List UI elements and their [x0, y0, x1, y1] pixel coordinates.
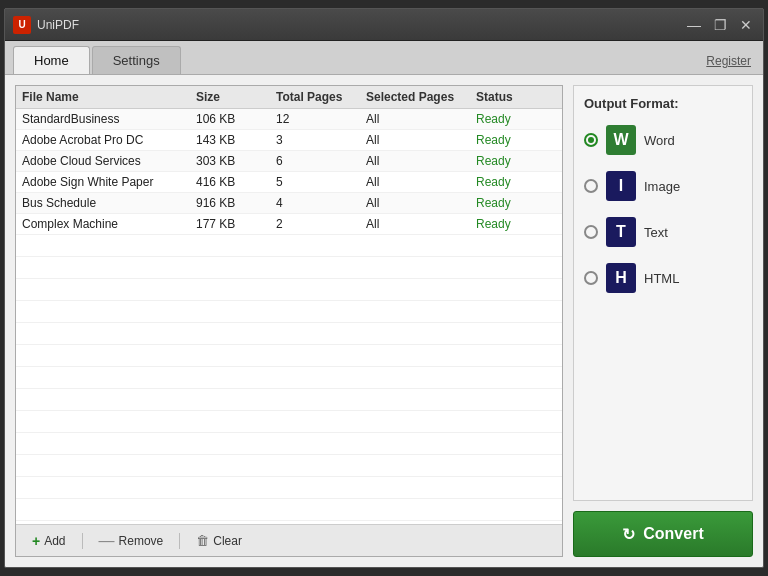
convert-label: Convert — [643, 525, 703, 543]
empty-row — [16, 455, 562, 477]
format-radio-text[interactable] — [584, 225, 598, 239]
image-icon: I — [606, 171, 636, 201]
title-bar: U UniPDF — ❐ ✕ — [5, 9, 763, 41]
empty-row — [16, 301, 562, 323]
window-controls: — ❐ ✕ — [685, 18, 755, 32]
minimize-button[interactable]: — — [685, 18, 703, 32]
table-row[interactable]: Adobe Cloud Services 303 KB 6 All Ready — [16, 151, 562, 172]
empty-row — [16, 499, 562, 521]
add-icon: + — [32, 533, 40, 549]
app-logo: U — [13, 16, 31, 34]
empty-row — [16, 477, 562, 499]
empty-row — [16, 345, 562, 367]
toolbar-separator — [179, 533, 180, 549]
clear-button[interactable]: 🗑 Clear — [188, 530, 250, 551]
format-option-word[interactable]: W Word — [584, 125, 742, 155]
convert-icon: ↻ — [622, 525, 635, 544]
tab-bar: Home Settings Register — [5, 41, 763, 75]
format-label-word: Word — [644, 133, 675, 148]
table-row[interactable]: Complex Machine 177 KB 2 All Ready — [16, 214, 562, 235]
empty-row — [16, 389, 562, 411]
format-option-image[interactable]: I Image — [584, 171, 742, 201]
restore-button[interactable]: ❐ — [711, 18, 729, 32]
close-button[interactable]: ✕ — [737, 18, 755, 32]
empty-row — [16, 323, 562, 345]
file-panel: File Name Size Total Pages Selected Page… — [15, 85, 563, 557]
empty-row — [16, 235, 562, 257]
file-toolbar: + Add — Remove 🗑 Clear — [16, 524, 562, 556]
output-format-panel: Output Format: W Word I Image — [573, 85, 753, 501]
output-format-title: Output Format: — [584, 96, 742, 111]
format-radio-html[interactable] — [584, 271, 598, 285]
empty-row — [16, 411, 562, 433]
window-title: UniPDF — [37, 18, 685, 32]
toolbar-separator — [82, 533, 83, 549]
format-label-image: Image — [644, 179, 680, 194]
main-content: File Name Size Total Pages Selected Page… — [5, 75, 763, 567]
file-table: File Name Size Total Pages Selected Page… — [16, 86, 562, 524]
trash-icon: 🗑 — [196, 533, 209, 548]
empty-row — [16, 279, 562, 301]
right-panel: Output Format: W Word I Image — [573, 85, 753, 557]
app-window: U UniPDF — ❐ ✕ Home Settings Register Fi… — [4, 8, 764, 568]
add-button[interactable]: + Add — [24, 530, 74, 552]
tab-home[interactable]: Home — [13, 46, 90, 74]
format-label-text: Text — [644, 225, 668, 240]
word-icon: W — [606, 125, 636, 155]
empty-row — [16, 367, 562, 389]
table-row[interactable]: Adobe Sign White Paper 416 KB 5 All Read… — [16, 172, 562, 193]
table-row[interactable]: StandardBusiness 106 KB 12 All Ready — [16, 109, 562, 130]
empty-row — [16, 433, 562, 455]
format-label-html: HTML — [644, 271, 679, 286]
format-option-text[interactable]: T Text — [584, 217, 742, 247]
html-icon: H — [606, 263, 636, 293]
empty-row — [16, 257, 562, 279]
table-header: File Name Size Total Pages Selected Page… — [16, 86, 562, 109]
format-option-html[interactable]: H HTML — [584, 263, 742, 293]
format-radio-image[interactable] — [584, 179, 598, 193]
table-row[interactable]: Adobe Acrobat Pro DC 143 KB 3 All Ready — [16, 130, 562, 151]
convert-button[interactable]: ↻ Convert — [573, 511, 753, 557]
table-row[interactable]: Bus Schedule 916 KB 4 All Ready — [16, 193, 562, 214]
format-radio-word[interactable] — [584, 133, 598, 147]
register-link[interactable]: Register — [706, 54, 751, 68]
table-body: StandardBusiness 106 KB 12 All Ready Ado… — [16, 109, 562, 521]
tab-settings[interactable]: Settings — [92, 46, 181, 74]
remove-button[interactable]: — Remove — [91, 529, 172, 553]
text-icon: T — [606, 217, 636, 247]
remove-icon: — — [99, 532, 115, 550]
